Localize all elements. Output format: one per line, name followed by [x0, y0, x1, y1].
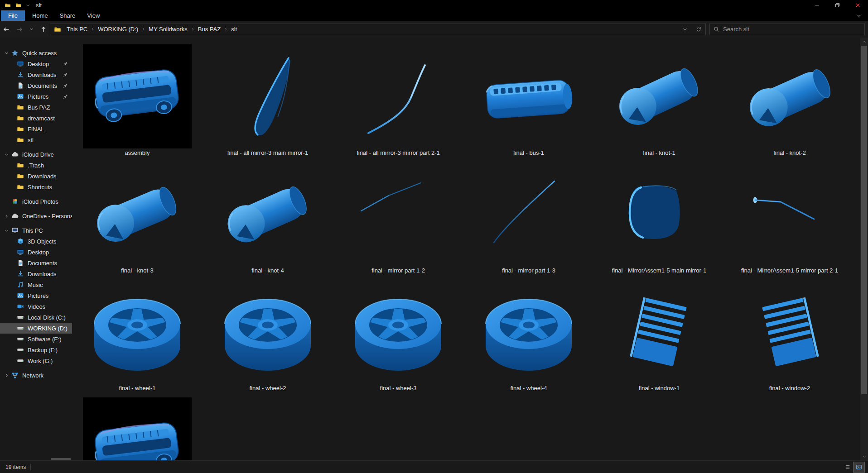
sidebar-item-this-pc[interactable]: This PC: [0, 225, 72, 236]
file-item[interactable]: final - wheel-2: [203, 280, 333, 397]
sidebar-item-qa-documents[interactable]: Documents: [0, 80, 72, 91]
sidebar-item-shortcuts[interactable]: Shortcuts: [0, 182, 72, 192]
file-label: final - knot-1: [643, 149, 675, 157]
file-item[interactable]: final - knot-2: [724, 44, 855, 162]
sidebar-item-icloud-downloads[interactable]: Downloads: [0, 171, 72, 182]
file-item[interactable]: final - knot-3: [72, 162, 203, 280]
vertical-scrollbar[interactable]: [860, 38, 868, 460]
tab-file[interactable]: File: [1, 10, 25, 21]
sidebar-item-local-disk-c[interactable]: Local Disk (C:): [0, 312, 72, 323]
document-icon: [17, 82, 24, 89]
scroll-down-arrow-icon[interactable]: [860, 453, 868, 460]
sidebar-item-icloud-drive[interactable]: iCloud Drive: [0, 149, 72, 160]
photos-icon: [11, 198, 19, 205]
file-item[interactable]: assembly: [72, 44, 203, 162]
sidebar-item-stl[interactable]: stl: [0, 134, 72, 145]
sidebar-item-backup-f[interactable]: Backup (F:): [0, 344, 72, 355]
sidebar-item-onedrive[interactable]: OneDrive - Personal: [0, 210, 72, 221]
breadcrumb-separator-icon[interactable]: [191, 27, 195, 31]
file-item[interactable]: final - MirrorAssem1-5 main mirror-1: [594, 162, 724, 280]
sidebar-item-network[interactable]: Network: [0, 370, 72, 381]
tab-view[interactable]: View: [81, 10, 106, 21]
sidebar-item-quick-access[interactable]: Quick access: [0, 48, 72, 58]
up-button[interactable]: [40, 26, 47, 33]
file-item[interactable]: final - window-2: [724, 280, 855, 397]
chevron-right-icon[interactable]: [4, 373, 9, 378]
search-box[interactable]: [709, 24, 865, 35]
folder-icon: [17, 183, 24, 191]
file-label: final - all mirror-3 main mirror-1: [227, 149, 308, 157]
sidebar-item-pc-downloads[interactable]: Downloads: [0, 268, 72, 279]
quick-access-folder-icon[interactable]: [15, 2, 21, 8]
tab-home[interactable]: Home: [26, 10, 54, 21]
sidebar-item-software-e[interactable]: Software (E:): [0, 334, 72, 344]
sidebar-item-qa-pictures[interactable]: Pictures: [0, 91, 72, 102]
chevron-down-icon[interactable]: [4, 228, 9, 233]
sidebar-horizontal-scrollbar[interactable]: [51, 458, 71, 460]
file-item[interactable]: final - wheel-4: [463, 280, 594, 397]
breadcrumb-bus-paz[interactable]: Bus PAZ: [196, 26, 223, 33]
scroll-up-arrow-icon[interactable]: [860, 38, 868, 45]
sidebar-item-trash[interactable]: .Trash: [0, 160, 72, 171]
sidebar-item-qa-downloads[interactable]: Downloads: [0, 69, 72, 80]
drive-icon: [17, 335, 24, 343]
breadcrumb-this-pc[interactable]: This PC: [64, 26, 90, 33]
chevron-down-icon[interactable]: [4, 152, 9, 157]
sidebar-item-final[interactable]: FINAL: [0, 124, 72, 134]
file-item[interactable]: final - knot-1: [594, 44, 724, 162]
sidebar-item-bus-paz[interactable]: Bus PAZ: [0, 102, 72, 113]
drive-icon: [17, 325, 24, 332]
file-item[interactable]: final - all mirror-3 main mirror-1: [203, 44, 333, 162]
quick-access-toolbar-chevron-icon[interactable]: [26, 3, 30, 8]
file-item[interactable]: [72, 397, 203, 460]
breadcrumb-my-solidworks[interactable]: MY Solidworks: [146, 26, 190, 33]
chevron-down-icon[interactable]: [4, 51, 9, 56]
sidebar-item-music[interactable]: Music: [0, 279, 72, 290]
file-item[interactable]: final - MirrorAssem1-5 mirror part 2-1: [724, 162, 855, 280]
file-item[interactable]: final - knot-4: [203, 162, 333, 280]
knob-cylinder-thumbnail: [83, 162, 192, 266]
file-item[interactable]: final - mirror part 1-2: [333, 162, 463, 280]
file-item[interactable]: final - bus-1: [463, 44, 594, 162]
breadcrumb-separator-icon[interactable]: [224, 27, 228, 31]
sidebar-item-pc-pictures[interactable]: Pictures: [0, 290, 72, 301]
file-item[interactable]: final - wheel-3: [333, 280, 463, 397]
tab-share[interactable]: Share: [54, 10, 82, 21]
file-label: final - wheel-1: [119, 385, 156, 392]
breadcrumb-working-d[interactable]: WORKING (D:): [96, 26, 140, 33]
breadcrumb-separator-icon[interactable]: [91, 27, 95, 31]
sidebar-item-pc-desktop[interactable]: Desktop: [0, 247, 72, 258]
sidebar-item-working-d[interactable]: WORKING (D:): [0, 323, 72, 334]
forward-button[interactable]: [16, 26, 23, 33]
file-item[interactable]: final - wheel-1: [72, 280, 203, 397]
recent-locations-chevron-icon[interactable]: [29, 27, 34, 32]
sidebar-item-qa-desktop[interactable]: Desktop: [0, 58, 72, 69]
close-button[interactable]: [848, 0, 868, 10]
sidebar-item-work-g[interactable]: Work (G:): [0, 355, 72, 366]
wheel-thumbnail: [344, 280, 453, 384]
sidebar-item-icloud-photos[interactable]: iCloud Photos: [0, 196, 72, 207]
thumbnail-view-button[interactable]: [854, 462, 864, 472]
file-item[interactable]: final - window-1: [594, 280, 724, 397]
sidebar-item-3d-objects[interactable]: 3D Objects: [0, 236, 72, 247]
scrollbar-thumb[interactable]: [861, 46, 867, 394]
sidebar-item-label: Bus PAZ: [28, 104, 50, 111]
expand-ribbon-chevron-icon[interactable]: [856, 10, 868, 21]
minimize-button[interactable]: [807, 0, 827, 10]
folder-icon: [17, 125, 24, 133]
refresh-icon[interactable]: [696, 27, 701, 32]
sidebar-item-videos[interactable]: Videos: [0, 301, 72, 312]
breadcrumb-separator-icon[interactable]: [141, 27, 145, 31]
address-bar[interactable]: This PC WORKING (D:) MY Solidworks Bus P…: [50, 24, 706, 35]
details-view-button[interactable]: [842, 462, 853, 472]
file-item[interactable]: final - mirror part 1-3: [463, 162, 594, 280]
breadcrumb-slt[interactable]: slt: [229, 26, 239, 33]
address-dropdown-chevron-icon[interactable]: [682, 27, 688, 32]
sidebar-item-pc-documents[interactable]: Documents: [0, 258, 72, 268]
chevron-right-icon[interactable]: [4, 214, 9, 219]
back-button[interactable]: [3, 26, 10, 33]
search-input[interactable]: [723, 26, 864, 33]
restore-button[interactable]: [827, 0, 848, 10]
file-item[interactable]: final - all mirror-3 mirror part 2-1: [333, 44, 463, 162]
sidebar-item-dreamcast[interactable]: dreamcast: [0, 113, 72, 124]
